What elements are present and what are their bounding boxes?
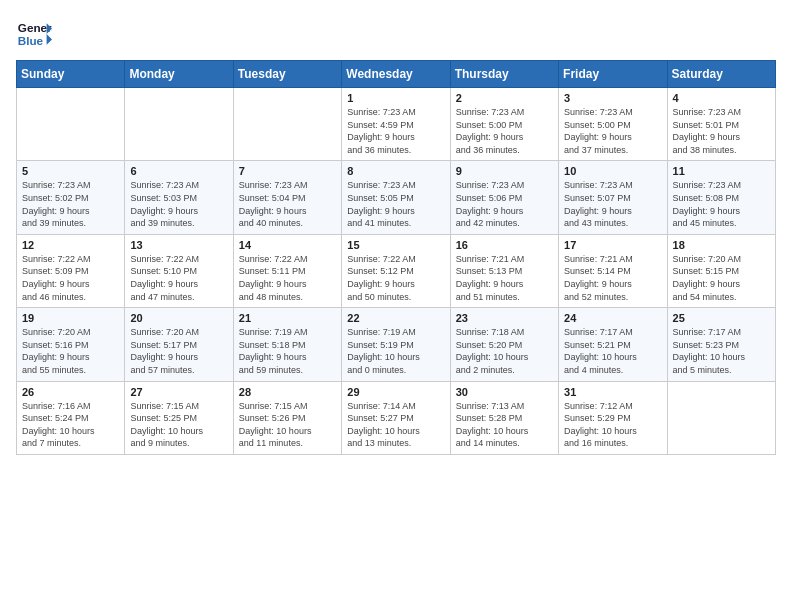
day-number: 11 (673, 165, 770, 177)
day-number: 15 (347, 239, 444, 251)
logo: General Blue (16, 16, 52, 52)
calendar-cell: 16Sunrise: 7:21 AM Sunset: 5:13 PM Dayli… (450, 234, 558, 307)
calendar-cell: 14Sunrise: 7:22 AM Sunset: 5:11 PM Dayli… (233, 234, 341, 307)
day-info: Sunrise: 7:23 AM Sunset: 5:01 PM Dayligh… (673, 106, 770, 156)
day-number: 26 (22, 386, 119, 398)
day-info: Sunrise: 7:20 AM Sunset: 5:17 PM Dayligh… (130, 326, 227, 376)
calendar-cell (233, 88, 341, 161)
day-number: 14 (239, 239, 336, 251)
day-number: 2 (456, 92, 553, 104)
weekday-header-tuesday: Tuesday (233, 61, 341, 88)
day-number: 10 (564, 165, 661, 177)
calendar-cell: 7Sunrise: 7:23 AM Sunset: 5:04 PM Daylig… (233, 161, 341, 234)
calendar-cell: 8Sunrise: 7:23 AM Sunset: 5:05 PM Daylig… (342, 161, 450, 234)
calendar-cell: 6Sunrise: 7:23 AM Sunset: 5:03 PM Daylig… (125, 161, 233, 234)
day-info: Sunrise: 7:23 AM Sunset: 5:02 PM Dayligh… (22, 179, 119, 229)
day-info: Sunrise: 7:21 AM Sunset: 5:14 PM Dayligh… (564, 253, 661, 303)
day-info: Sunrise: 7:23 AM Sunset: 5:05 PM Dayligh… (347, 179, 444, 229)
day-number: 21 (239, 312, 336, 324)
calendar-cell: 25Sunrise: 7:17 AM Sunset: 5:23 PM Dayli… (667, 308, 775, 381)
day-info: Sunrise: 7:21 AM Sunset: 5:13 PM Dayligh… (456, 253, 553, 303)
day-info: Sunrise: 7:22 AM Sunset: 5:12 PM Dayligh… (347, 253, 444, 303)
calendar-cell: 31Sunrise: 7:12 AM Sunset: 5:29 PM Dayli… (559, 381, 667, 454)
calendar-cell: 19Sunrise: 7:20 AM Sunset: 5:16 PM Dayli… (17, 308, 125, 381)
calendar-cell (17, 88, 125, 161)
weekday-header-friday: Friday (559, 61, 667, 88)
calendar-cell: 18Sunrise: 7:20 AM Sunset: 5:15 PM Dayli… (667, 234, 775, 307)
calendar-cell: 4Sunrise: 7:23 AM Sunset: 5:01 PM Daylig… (667, 88, 775, 161)
day-number: 13 (130, 239, 227, 251)
calendar-cell: 28Sunrise: 7:15 AM Sunset: 5:26 PM Dayli… (233, 381, 341, 454)
day-info: Sunrise: 7:17 AM Sunset: 5:21 PM Dayligh… (564, 326, 661, 376)
day-number: 9 (456, 165, 553, 177)
day-number: 12 (22, 239, 119, 251)
day-info: Sunrise: 7:20 AM Sunset: 5:16 PM Dayligh… (22, 326, 119, 376)
svg-text:Blue: Blue (18, 34, 44, 47)
day-info: Sunrise: 7:23 AM Sunset: 4:59 PM Dayligh… (347, 106, 444, 156)
calendar-cell: 9Sunrise: 7:23 AM Sunset: 5:06 PM Daylig… (450, 161, 558, 234)
calendar-week-row: 19Sunrise: 7:20 AM Sunset: 5:16 PM Dayli… (17, 308, 776, 381)
day-info: Sunrise: 7:15 AM Sunset: 5:25 PM Dayligh… (130, 400, 227, 450)
day-number: 1 (347, 92, 444, 104)
weekday-header-wednesday: Wednesday (342, 61, 450, 88)
calendar-cell: 21Sunrise: 7:19 AM Sunset: 5:18 PM Dayli… (233, 308, 341, 381)
calendar-week-row: 26Sunrise: 7:16 AM Sunset: 5:24 PM Dayli… (17, 381, 776, 454)
weekday-header-saturday: Saturday (667, 61, 775, 88)
calendar-week-row: 12Sunrise: 7:22 AM Sunset: 5:09 PM Dayli… (17, 234, 776, 307)
calendar-cell: 11Sunrise: 7:23 AM Sunset: 5:08 PM Dayli… (667, 161, 775, 234)
day-number: 5 (22, 165, 119, 177)
day-info: Sunrise: 7:18 AM Sunset: 5:20 PM Dayligh… (456, 326, 553, 376)
day-number: 24 (564, 312, 661, 324)
day-info: Sunrise: 7:19 AM Sunset: 5:18 PM Dayligh… (239, 326, 336, 376)
calendar-cell (125, 88, 233, 161)
day-number: 22 (347, 312, 444, 324)
page-container: General Blue SundayMondayTuesdayWednesda… (16, 16, 776, 455)
calendar-cell (667, 381, 775, 454)
calendar-cell: 27Sunrise: 7:15 AM Sunset: 5:25 PM Dayli… (125, 381, 233, 454)
day-number: 27 (130, 386, 227, 398)
day-info: Sunrise: 7:23 AM Sunset: 5:07 PM Dayligh… (564, 179, 661, 229)
calendar-cell: 22Sunrise: 7:19 AM Sunset: 5:19 PM Dayli… (342, 308, 450, 381)
day-info: Sunrise: 7:23 AM Sunset: 5:04 PM Dayligh… (239, 179, 336, 229)
calendar-cell: 24Sunrise: 7:17 AM Sunset: 5:21 PM Dayli… (559, 308, 667, 381)
day-info: Sunrise: 7:17 AM Sunset: 5:23 PM Dayligh… (673, 326, 770, 376)
weekday-header-sunday: Sunday (17, 61, 125, 88)
day-info: Sunrise: 7:23 AM Sunset: 5:06 PM Dayligh… (456, 179, 553, 229)
day-info: Sunrise: 7:23 AM Sunset: 5:00 PM Dayligh… (564, 106, 661, 156)
day-info: Sunrise: 7:14 AM Sunset: 5:27 PM Dayligh… (347, 400, 444, 450)
day-info: Sunrise: 7:15 AM Sunset: 5:26 PM Dayligh… (239, 400, 336, 450)
day-info: Sunrise: 7:23 AM Sunset: 5:00 PM Dayligh… (456, 106, 553, 156)
day-number: 8 (347, 165, 444, 177)
day-number: 17 (564, 239, 661, 251)
calendar-cell: 10Sunrise: 7:23 AM Sunset: 5:07 PM Dayli… (559, 161, 667, 234)
weekday-header-thursday: Thursday (450, 61, 558, 88)
calendar-cell: 13Sunrise: 7:22 AM Sunset: 5:10 PM Dayli… (125, 234, 233, 307)
day-info: Sunrise: 7:23 AM Sunset: 5:08 PM Dayligh… (673, 179, 770, 229)
day-number: 29 (347, 386, 444, 398)
calendar-cell: 2Sunrise: 7:23 AM Sunset: 5:00 PM Daylig… (450, 88, 558, 161)
day-number: 3 (564, 92, 661, 104)
calendar-cell: 12Sunrise: 7:22 AM Sunset: 5:09 PM Dayli… (17, 234, 125, 307)
day-number: 20 (130, 312, 227, 324)
calendar-cell: 17Sunrise: 7:21 AM Sunset: 5:14 PM Dayli… (559, 234, 667, 307)
calendar-cell: 15Sunrise: 7:22 AM Sunset: 5:12 PM Dayli… (342, 234, 450, 307)
calendar-cell: 26Sunrise: 7:16 AM Sunset: 5:24 PM Dayli… (17, 381, 125, 454)
day-number: 7 (239, 165, 336, 177)
day-info: Sunrise: 7:16 AM Sunset: 5:24 PM Dayligh… (22, 400, 119, 450)
calendar-cell: 23Sunrise: 7:18 AM Sunset: 5:20 PM Dayli… (450, 308, 558, 381)
day-number: 30 (456, 386, 553, 398)
calendar-week-row: 1Sunrise: 7:23 AM Sunset: 4:59 PM Daylig… (17, 88, 776, 161)
weekday-header-row: SundayMondayTuesdayWednesdayThursdayFrid… (17, 61, 776, 88)
day-number: 4 (673, 92, 770, 104)
weekday-header-monday: Monday (125, 61, 233, 88)
calendar-cell: 29Sunrise: 7:14 AM Sunset: 5:27 PM Dayli… (342, 381, 450, 454)
day-number: 16 (456, 239, 553, 251)
day-number: 19 (22, 312, 119, 324)
day-number: 25 (673, 312, 770, 324)
day-number: 6 (130, 165, 227, 177)
day-info: Sunrise: 7:22 AM Sunset: 5:11 PM Dayligh… (239, 253, 336, 303)
calendar-cell: 30Sunrise: 7:13 AM Sunset: 5:28 PM Dayli… (450, 381, 558, 454)
day-number: 31 (564, 386, 661, 398)
calendar-table: SundayMondayTuesdayWednesdayThursdayFrid… (16, 60, 776, 455)
day-info: Sunrise: 7:23 AM Sunset: 5:03 PM Dayligh… (130, 179, 227, 229)
